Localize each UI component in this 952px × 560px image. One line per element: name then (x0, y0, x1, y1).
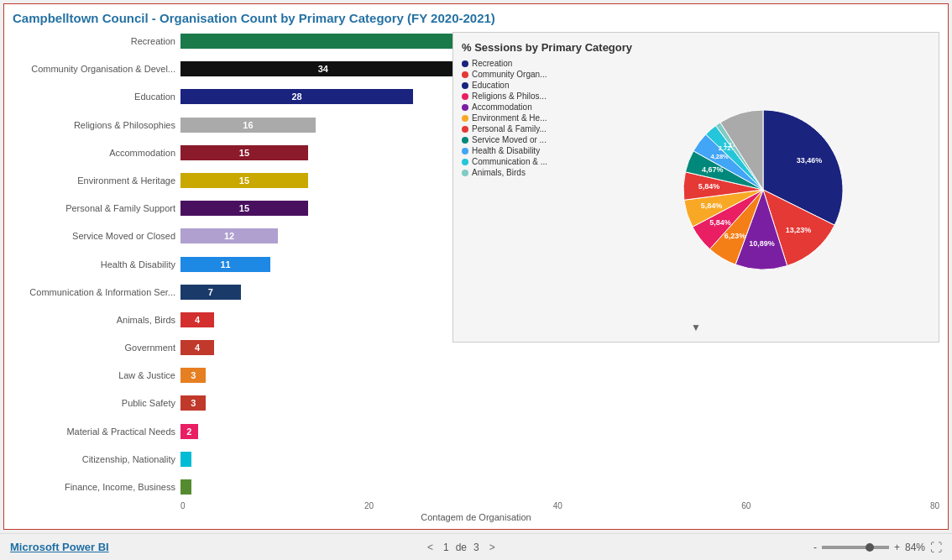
zoom-thumb[interactable] (866, 543, 874, 552)
legend-item: Environment & He... (462, 113, 596, 123)
legend-item: Accommodation (462, 102, 596, 112)
legend-dot (462, 137, 468, 144)
legend-label: Education (472, 81, 509, 90)
bar-fill: 2 (180, 424, 198, 439)
bar-label: Government (13, 343, 180, 353)
bar-row: Law & Justice3 (13, 366, 931, 385)
bar-label: Citizenship, Nationality (13, 454, 180, 464)
pie-title: % Sessions by Primary Category (462, 41, 930, 54)
zoom-area: - + 84% ⛶ (813, 541, 942, 554)
legend-dot (462, 60, 468, 67)
bar-label: Service Moved or Closed (13, 231, 180, 241)
bar-row: Finance, Income, Business (13, 478, 931, 496)
x-tick: 40 (553, 501, 562, 510)
bar-label: Law & Justice (13, 370, 180, 380)
bar-label: Finance, Income, Business (13, 482, 180, 492)
page-current: 1 (443, 542, 449, 553)
next-page-button[interactable]: > (486, 540, 499, 555)
bar-fill (180, 479, 191, 495)
pie-label: 13,23% (786, 226, 812, 234)
legend-label: Service Moved or ... (472, 135, 547, 144)
zoom-percent: 84% (905, 542, 925, 553)
bar-fill: 7 (180, 285, 241, 300)
bar-label: Communication & Information Ser... (13, 287, 180, 297)
legend-label: Communication & ... (472, 157, 547, 166)
pagination: < 1 de 3 > (424, 540, 499, 555)
legend-label: Religions & Philos... (472, 92, 547, 101)
bar-fill: 15 (180, 173, 308, 188)
bar-fill: 15 (180, 201, 308, 216)
pie-scroll-arrow[interactable]: ▼ (462, 322, 930, 333)
bar-track: 3 (180, 368, 931, 383)
zoom-slider[interactable] (822, 546, 889, 549)
bar-label: Education (13, 92, 180, 102)
bar-label: Health & Disability (13, 259, 180, 270)
bar-fill (180, 452, 191, 467)
bar-label: Accommodation (13, 148, 180, 158)
bar-label: Public Safety (13, 398, 180, 408)
bar-label: Recreation (13, 36, 180, 46)
bar-track (180, 479, 931, 495)
legend-item: Religions & Philos... (462, 92, 596, 101)
legend-dot (462, 170, 468, 176)
bar-label: Material & Practical Needs (13, 427, 180, 437)
zoom-minus[interactable]: - (813, 542, 817, 553)
bar-label: Animals, Birds (13, 315, 180, 325)
bar-fill: 12 (180, 228, 278, 243)
chart-title: Campbelltown Council - Organisation Coun… (13, 11, 939, 25)
pie-label: 6,23% (724, 231, 746, 239)
bar-fill: 16 (180, 118, 316, 133)
x-tick: 80 (930, 501, 939, 510)
x-tick: 20 (364, 501, 374, 510)
bar-fill: 4 (180, 340, 214, 355)
legend-item: Communication & ... (462, 157, 596, 166)
zoom-plus[interactable]: + (894, 542, 900, 553)
bar-label: Personal & Family Support (13, 203, 180, 213)
legend-label: Environment & He... (472, 113, 547, 123)
legend-item: Education (462, 81, 596, 90)
legend-item: Service Moved or ... (462, 135, 596, 144)
legend-dot (462, 82, 468, 89)
legend-label: Animals, Birds (472, 168, 526, 177)
legend-dot (462, 71, 468, 78)
legend-item: Recreation (462, 59, 596, 68)
legend-item: Community Organ... (462, 70, 596, 79)
pie-content: RecreationCommunity Organ...EducationRel… (462, 59, 930, 320)
powerbi-link[interactable]: Microsoft Power BI (10, 541, 109, 553)
legend-label: Accommodation (472, 102, 532, 112)
legend-dot (462, 93, 468, 100)
x-axis-area: 020406080 Contagem de Organisation (13, 500, 939, 522)
bar-fill: 34 (180, 61, 466, 76)
pie-legend: RecreationCommunity Organ...EducationRel… (462, 59, 596, 320)
bottom-bar: Microsoft Power BI < 1 de 3 > - + 84% ⛶ (0, 533, 952, 560)
bar-label: Community Organisation & Devel... (13, 64, 180, 74)
bar-row: Citizenship, Nationality (13, 450, 931, 468)
legend-item: Health & Disability (462, 146, 596, 155)
bar-label: Religions & Philosophies (13, 120, 180, 130)
legend-item: Personal & Family... (462, 124, 596, 133)
pie-svg-area: 33,46%13,23%10,89%6,23%5,84%5,84%5,84%4,… (596, 59, 930, 320)
legend-dot (462, 126, 468, 133)
bar-row: Material & Practical Needs2 (13, 422, 931, 441)
legend-dot (462, 148, 468, 154)
legend-item: Animals, Birds (462, 168, 596, 177)
bar-fill: 15 (180, 145, 308, 160)
page-total: 3 (473, 542, 479, 553)
bar-track (180, 452, 931, 467)
legend-dot (462, 159, 468, 165)
bar-fill: 3 (180, 368, 206, 383)
bar-row: Public Safety3 (13, 394, 931, 412)
bar-fill: 28 (180, 89, 413, 104)
pie-label: 5,84% (701, 201, 723, 209)
x-axis-ticks: 020406080 (180, 500, 939, 510)
x-tick: 0 (180, 501, 186, 510)
pie-label: 5,84% (698, 182, 720, 191)
fullscreen-icon[interactable]: ⛶ (930, 541, 942, 554)
main-container: Campbelltown Council - Organisation Coun… (3, 3, 949, 530)
x-axis-label: Contagem de Organisation (421, 512, 531, 522)
prev-page-button[interactable]: < (424, 540, 437, 555)
pie-label: 4,67% (702, 165, 724, 174)
bar-track: 3 (180, 395, 931, 411)
x-tick: 60 (741, 501, 751, 510)
bar-fill: 4 (180, 312, 214, 327)
